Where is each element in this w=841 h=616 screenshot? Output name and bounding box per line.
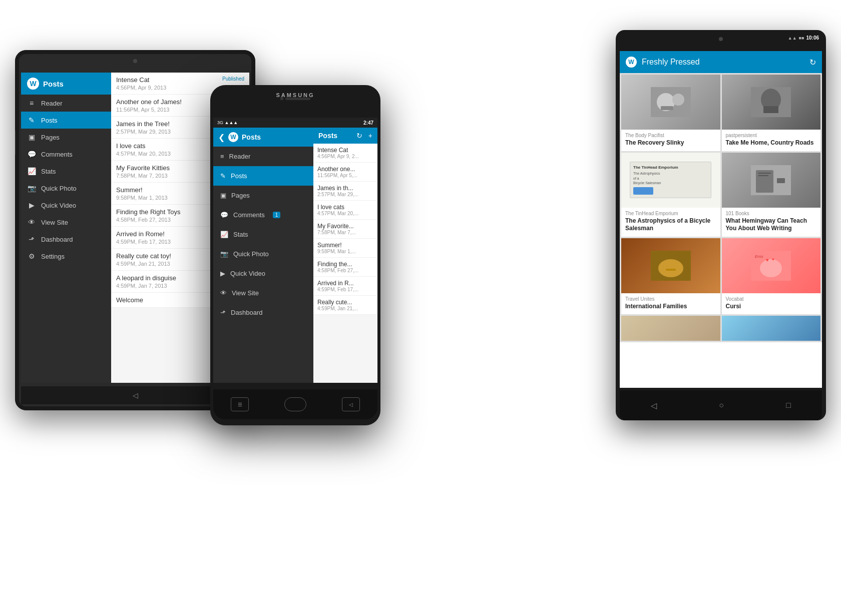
list-item[interactable]: I love cats 4:57PM, Mar 20,...	[313, 201, 377, 220]
svg-point-20	[760, 259, 782, 277]
phone-posts-title: Posts	[318, 132, 337, 140]
fp-card-body-body-pacifist: The Body Pacifist The Recovery Slinky	[621, 130, 720, 151]
power-btn[interactable]	[15, 130, 16, 155]
comments-icon: 💬	[27, 150, 36, 158]
phone-drawer-stats[interactable]: 📈 Stats	[213, 225, 313, 244]
fp-card-site-5: Travel Unites	[625, 296, 716, 302]
tablet-right-battery: ■■	[799, 36, 804, 41]
tablet-right-signal: ▲▲	[788, 36, 797, 41]
fp-card-travel[interactable]: Travel Unites International Families	[621, 238, 720, 315]
phone-comments-icon: 💬	[220, 211, 228, 219]
fp-card-vocabat[interactable]: ♥ ♥ Eros Vocabat Cursi	[722, 238, 821, 315]
fp-title: Freshly Pressed	[642, 58, 804, 67]
phone-wp-logo: W	[228, 132, 238, 142]
phone-home-button[interactable]	[284, 397, 306, 411]
comments-badge: 1	[273, 212, 281, 218]
fp-card-title-6: Cursi	[726, 303, 817, 311]
fp-card-img-body-pacifist	[621, 75, 720, 130]
fp-card-101books[interactable]: 101 Books What Hemingway Can Teach You A…	[722, 153, 821, 237]
tablet-right-home[interactable]: ○	[719, 401, 724, 410]
fp-card-title-1: The Recovery Slinky	[625, 139, 716, 147]
back-nav[interactable]: ◁	[133, 391, 138, 399]
refresh-icon[interactable]: ↻	[356, 132, 362, 140]
fp-card-body-pacifist[interactable]: The Body Pacifist The Recovery Slinky	[621, 75, 720, 151]
fp-card-img-vocabat: ♥ ♥ Eros	[722, 238, 821, 293]
fp-card-img-partial1	[621, 316, 720, 341]
speaker-grill	[285, 98, 310, 100]
tablet-right-back[interactable]: ◁	[651, 401, 657, 410]
fp-card-img-101books	[722, 153, 821, 208]
wp-logo: W	[27, 78, 39, 90]
menu-icon: ☰	[238, 402, 242, 407]
add-post-icon[interactable]: +	[368, 132, 372, 140]
phone-back-button[interactable]: ◁	[342, 397, 360, 411]
fp-card-site-6: Vocabat	[726, 296, 817, 302]
drawer-back-arrow[interactable]: ❮	[218, 133, 225, 142]
fp-card-title-4: What Hemingway Can Teach You About Web W…	[726, 217, 817, 233]
fp-card-site-3: The TinHead Emporium	[625, 211, 716, 216]
phone-drawer-posts[interactable]: ✎ Posts	[213, 166, 313, 186]
sidebar-item-reader[interactable]: ≡ Reader	[21, 95, 111, 112]
phone-drawer-view-site[interactable]: 👁 View Site	[213, 283, 313, 303]
sidebar-header-text: Posts	[43, 80, 64, 88]
sidebar-item-view-site[interactable]: 👁 View Site	[21, 214, 111, 231]
sidebar-item-settings[interactable]: ⚙ Settings	[21, 248, 111, 265]
fp-card-site-1: The Body Pacifist	[625, 133, 716, 138]
phone-pages-icon: ▣	[220, 192, 226, 199]
sidebar-item-dashboard[interactable]: ⬏ Dashboard	[21, 231, 111, 248]
fp-refresh-icon[interactable]: ↻	[809, 58, 816, 67]
stats-icon: 📈	[27, 167, 36, 175]
phone-drawer-comments[interactable]: 💬 Comments 1	[213, 205, 313, 225]
fp-card-img-tinhead: The TinHead Emporium The Astrophysicsof …	[621, 153, 720, 208]
sidebar-item-quick-video[interactable]: ▶ Quick Video	[21, 197, 111, 214]
list-item[interactable]: James in th... 2:57PM, Mar 29,...	[313, 182, 377, 201]
list-item[interactable]: Summer! 9:58PM, Mar 1,...	[313, 239, 377, 258]
pages-icon: ▣	[27, 133, 36, 141]
list-item[interactable]: Intense Cat 4:56PM, Apr 9, 2...	[313, 144, 377, 163]
phone-drawer-quick-video[interactable]: ▶ Quick Video	[213, 264, 313, 283]
phone-drawer-reader[interactable]: ≡ Reader	[213, 147, 313, 166]
svg-text:♥: ♥	[766, 257, 769, 263]
front-camera	[280, 97, 283, 100]
phone-center: SAMSUNG 3G ▲▲▲ 2:47 ❮ W Posts ≡ Reader	[210, 85, 380, 425]
sidebar-header: W Posts	[21, 73, 111, 95]
fp-card-take-me-home[interactable]: pastpersistent Take Me Home, Country Roa…	[722, 75, 821, 151]
phone-stats-icon: 📈	[220, 231, 228, 238]
sidebar-item-pages[interactable]: ▣ Pages	[21, 129, 111, 146]
svg-text:Eros: Eros	[755, 254, 763, 259]
svg-rect-10	[758, 173, 771, 174]
fp-card-body-vocabat: Vocabat Cursi	[722, 293, 821, 315]
list-item[interactable]: My Favorite... 7:58PM, Mar 7,...	[313, 220, 377, 239]
list-item[interactable]: Another one... 11:56PM, Apr 5,...	[313, 163, 377, 182]
freshly-pressed-app-bar: W Freshly Pressed ↻	[620, 51, 822, 73]
phone-drawer-pages[interactable]: ▣ Pages	[213, 186, 313, 205]
sidebar-item-stats[interactable]: 📈 Stats	[21, 163, 111, 180]
tablet-right-recents[interactable]: □	[786, 401, 791, 410]
fp-card-partial1[interactable]	[621, 316, 720, 341]
sidebar-item-posts[interactable]: ✎ Posts	[21, 112, 111, 129]
tablet-left-camera	[133, 59, 137, 63]
svg-rect-17	[666, 269, 676, 271]
phone-menu-button[interactable]: ☰	[231, 397, 249, 411]
list-item[interactable]: Really cute... 4:59PM, Jan 21,...	[313, 296, 377, 315]
list-item[interactable]: Finding the... 4:58PM, Feb 27,...	[313, 258, 377, 277]
sidebar-item-comments[interactable]: 💬 Comments	[21, 146, 111, 163]
fp-card-title-3: The Astrophysics of a Bicycle Salesman	[625, 217, 716, 233]
tablet-right: ▲▲ ■■ 10:06 W Freshly Pressed ↻	[616, 30, 826, 420]
fp-card-body-take-me-home: pastpersistent Take Me Home, Country Roa…	[722, 130, 821, 151]
phone-back-icon: ◁	[349, 402, 353, 407]
fp-card-partial2[interactable]	[722, 316, 821, 341]
phone-view-site-icon: 👁	[220, 289, 227, 297]
fp-card-site-4: 101 Books	[726, 211, 817, 216]
tablet-right-screen: W Freshly Pressed ↻ The Body Pacifist	[620, 51, 822, 388]
tablet-left-sidebar: W Posts ≡ Reader ✎ Posts ▣ Pages 💬 Co	[21, 73, 111, 383]
fp-card-body-travel: Travel Unites International Families	[621, 293, 720, 315]
phone-drawer-dashboard[interactable]: ⬏ Dashboard	[213, 303, 313, 322]
phone-bottom-bar: ☰ ◁	[213, 389, 377, 419]
fp-card-tinhead[interactable]: The TinHead Emporium The Astrophysicsof …	[621, 153, 720, 237]
phone-drawer-quick-photo[interactable]: 📷 Quick Photo	[213, 244, 313, 264]
list-item[interactable]: Arrived in R... 4:59PM, Feb 17,...	[313, 277, 377, 296]
svg-rect-7	[763, 106, 778, 113]
svg-point-15	[658, 259, 683, 277]
sidebar-item-quick-photo[interactable]: 📷 Quick Photo	[21, 180, 111, 197]
